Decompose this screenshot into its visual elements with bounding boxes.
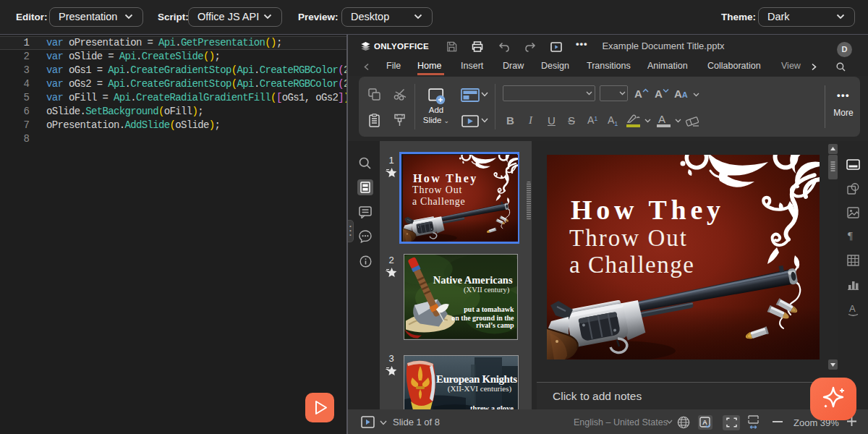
svg-text:A: A [849,303,856,314]
svg-text:A: A [702,418,707,426]
